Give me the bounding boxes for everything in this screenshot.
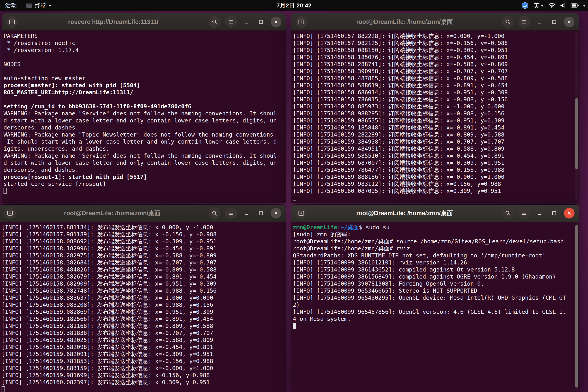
titlebar[interactable]: roscore http://DreamLife:11311/ <box>2 13 286 30</box>
titlebar[interactable]: root@DreamLife: /home/zmn/桌面 <box>291 204 579 222</box>
maximize-button[interactable] <box>550 17 559 26</box>
terminal-line: [INFO] [1751460099.386156849]: compiled … <box>293 273 577 280</box>
terminal-line: [INFO] [1751460157.882228]: 订阅端接收坐标信息: x… <box>293 32 577 40</box>
close-button[interactable] <box>564 17 574 27</box>
titlebar[interactable]: root@DreamLife: /home/zmn/桌面 <box>291 13 579 30</box>
minimize-button[interactable] <box>535 208 544 218</box>
terminal-line: [INFO] [1751460159.983112]: 订阅端接收坐标信息: x… <box>293 180 577 188</box>
new-terminal-button[interactable] <box>6 16 18 28</box>
menu-button[interactable] <box>518 16 530 28</box>
terminal-line: ROS_MASTER_URI=http://DreamLife:11311/ <box>4 89 284 96</box>
input-method-indicator[interactable]: 英 ▾ <box>533 0 544 11</box>
system-tray: 英 ▾ ▾ <box>522 0 585 11</box>
terminal-cursor <box>293 323 296 329</box>
terminal-line: [INFO] [1751460159.484951]: 订阅端接收坐标信息: x… <box>293 145 577 152</box>
menu-button[interactable] <box>518 208 530 219</box>
terminal-line: NODES <box>4 61 284 68</box>
terminal-window-publisher: root@DreamLife: /home/zmn/桌面 [INFO] [175… <box>0 204 286 392</box>
terminal-output[interactable]: zmn@DreamLife:~/桌面$ sudo su[sudo] zmn 的密… <box>291 222 579 392</box>
close-button[interactable] <box>564 208 574 218</box>
menu-button[interactable] <box>225 16 237 28</box>
new-terminal-button[interactable] <box>296 208 307 219</box>
terminal-window-roscore: roscore http://DreamLife:11311/ PARAMETE… <box>2 13 286 203</box>
top-bar: 活动 终端 ▾ 7月2日 20:42 英 ▾ <box>0 0 588 11</box>
volume-icon[interactable] <box>560 2 566 8</box>
terminal-line: [INFO] [1751460158.487885]: 订阅端接收坐标信息: x… <box>293 75 577 82</box>
activities-button[interactable]: 活动 <box>0 0 22 11</box>
terminal-line: [INFO] [1751460160.087095]: 订阅端接收坐标信息: x… <box>293 188 577 194</box>
terminal-output[interactable]: [INFO] [1751460157.881134]: 发布端发送坐标信息: x… <box>0 222 286 392</box>
terminal-line: * /rosversion: 1.17.4 <box>4 46 284 54</box>
minimize-button[interactable] <box>535 17 544 26</box>
terminal-cursor-line <box>2 386 284 392</box>
terminal-line: [INFO] [1751460158.786015]: 订阅端接收坐标信息: x… <box>293 96 577 103</box>
titlebar[interactable]: root@DreamLife: /home/zmn/桌面 <box>0 204 286 222</box>
terminal-line: derscores, and dashes. <box>4 166 284 173</box>
terminal-line: igits, underscores, and dashes. <box>4 145 284 152</box>
menu-button[interactable] <box>225 208 237 219</box>
terminal-line: [INFO] [1751460158.682909]: 发布端发送坐标信息: x… <box>2 280 284 287</box>
app-indicator-icon[interactable] <box>522 2 528 9</box>
terminal-line: [INFO] [1751460158.390958]: 订阅端接收坐标信息: x… <box>293 68 577 75</box>
terminal-line: [INFO] [1751460157.982125]: 订阅端接收坐标信息: x… <box>293 40 577 46</box>
terminal-line: WARNING: Package name "Service" does not… <box>4 152 284 159</box>
scrollbar-thumb[interactable] <box>575 225 578 388</box>
terminal-line: [INFO] [1751460159.182566]: 发布端发送坐标信息: x… <box>2 315 284 322</box>
terminal-line: [INFO] [1751460160.082397]: 发布端发送坐标信息: x… <box>2 379 284 386</box>
app-menu-label: 终端 <box>35 2 46 10</box>
terminal-line: [INFO] [1751460159.281168]: 发布端发送坐标信息: x… <box>2 322 284 330</box>
wifi-icon[interactable] <box>548 2 555 8</box>
terminal-line: PARAMETERS <box>4 32 284 40</box>
terminal-output[interactable]: [INFO] [1751460157.882228]: 订阅端接收坐标信息: x… <box>291 30 579 203</box>
terminal-cursor-line <box>4 188 284 194</box>
terminal-line: [INFO] [1751460157.981189]: 发布端发送坐标信息: x… <box>2 231 284 238</box>
clock[interactable]: 7月2日 20:42 <box>276 0 312 11</box>
battery-icon[interactable] <box>570 3 579 8</box>
terminal-line: setting /run_id to bbb93638-5741-11f0-8f… <box>4 103 284 110</box>
scrollbar[interactable] <box>575 224 578 391</box>
search-button[interactable] <box>502 16 514 28</box>
maximize-button[interactable] <box>550 208 559 218</box>
chevron-down-icon: ▾ <box>541 3 543 8</box>
maximize-button[interactable] <box>256 17 266 26</box>
minimize-button[interactable] <box>242 17 251 26</box>
close-button[interactable] <box>271 17 281 27</box>
terminal-line: [INFO] [1751460159.781853]: 发布端发送坐标信息: x… <box>2 358 284 364</box>
system-menu-chevron-icon[interactable]: ▾ <box>583 3 585 8</box>
app-menu[interactable]: 终端 ▾ <box>22 0 55 11</box>
close-button[interactable] <box>271 208 281 218</box>
scrollbar-thumb[interactable] <box>575 98 578 170</box>
new-terminal-button[interactable] <box>4 208 16 219</box>
new-terminal-button[interactable] <box>296 16 307 28</box>
terminal-line: [INFO] [1751460158.686014]: 订阅端接收坐标信息: x… <box>293 89 577 96</box>
terminal-line: WARNING: Package name "Service" does not… <box>4 110 284 117</box>
maximize-button[interactable] <box>256 208 266 218</box>
terminal-line: [INFO] [1751460158.885973]: 订阅端接收坐标信息: x… <box>293 103 577 110</box>
terminal-line: 4 on Mesa system. <box>293 315 577 322</box>
terminal-line: started core service [/rosout] <box>4 180 284 188</box>
terminal-line: [INFO] [1751460158.582679]: 发布端发送坐标信息: x… <box>2 273 284 280</box>
terminal-line: [INFO] [1751460158.088692]: 发布端发送坐标信息: x… <box>2 238 284 245</box>
terminal-line: WARNING: Package name "Topic_Newsletter"… <box>4 131 284 138</box>
terminal-cursor <box>2 386 5 392</box>
terminal-window-rviz: root@DreamLife: /home/zmn/桌面 zmn@DreamLi… <box>291 204 579 392</box>
window-title: root@DreamLife: /home/zmn/桌面 <box>307 209 502 217</box>
terminal-line: auto-starting new master <box>4 75 284 82</box>
terminal-line: derscores, and dashes. <box>4 124 284 131</box>
terminal-line: [INFO] [1751460159.384938]: 订阅端接收坐标信息: x… <box>293 138 577 145</box>
search-button[interactable] <box>209 208 220 219</box>
terminal-line: [INFO] [1751460099.390781308]: Forcing O… <box>293 280 577 287</box>
terminal-cursor <box>293 195 296 201</box>
search-button[interactable] <box>209 16 220 28</box>
terminal-line: [INFO] [1751460158.088150]: 订阅端接收坐标信息: x… <box>293 46 577 54</box>
terminal-line: [INFO] [1751460158.782748]: 发布端发送坐标信息: x… <box>2 287 284 294</box>
terminal-output[interactable]: PARAMETERS * /rosdistro: noetic * /rosve… <box>2 30 286 203</box>
terminal-line: QStandardPaths: XDG_RUNTIME_DIR not set,… <box>293 252 577 259</box>
search-button[interactable] <box>502 208 514 219</box>
terminal-cursor <box>4 188 7 194</box>
minimize-button[interactable] <box>242 208 251 218</box>
scrollbar[interactable] <box>575 32 578 202</box>
input-method-label: 英 <box>534 2 540 10</box>
terminal-line: [INFO] [1751460099.386143652]: compiled … <box>293 266 577 273</box>
terminal-line: [INFO] [1751460159.585510]: 订阅端接收坐标信息: x… <box>293 152 577 159</box>
